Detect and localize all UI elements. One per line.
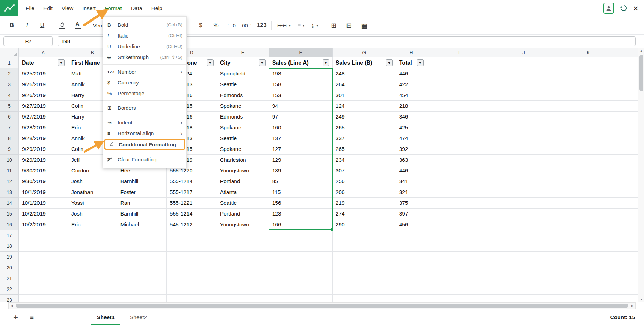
cell-A21[interactable] [18,273,68,284]
cell-H22[interactable] [396,284,427,295]
cell-J20[interactable] [491,262,556,273]
cell-H5[interactable]: 218 [396,101,427,112]
cell-F16[interactable]: 166 [269,219,332,230]
cell-E11[interactable]: Youngstown [217,165,269,176]
cell-x10[interactable] [621,155,638,165]
cell-I17[interactable] [427,230,491,241]
cell-I10[interactable] [427,155,491,165]
cell-E12[interactable]: Portland [217,176,269,187]
cell-J22[interactable] [491,284,556,295]
cell-G15[interactable]: 274 [332,209,396,219]
cell-G21[interactable] [332,273,396,284]
cell-F12[interactable]: 85 [269,176,332,187]
name-box[interactable]: F2 [3,36,53,46]
row-header-4[interactable]: 4 [0,90,19,101]
row-header-14[interactable]: 14 [0,198,19,209]
cell-A19[interactable] [18,252,68,262]
vertical-align-dropdown[interactable]: ↨ ▾ [308,19,321,32]
cell-x11[interactable] [621,165,638,176]
cell-H3[interactable]: 422 [396,79,427,90]
cell-J6[interactable] [491,112,556,122]
cell-F10[interactable]: 129 [269,155,332,165]
cell-C14[interactable]: Ran [117,198,166,209]
cell-B21[interactable] [68,273,117,284]
cell-C18[interactable] [117,241,166,252]
cell-F7[interactable]: 160 [269,122,332,133]
cell-K23[interactable] [556,295,621,303]
cell-E13[interactable]: Atlanta [217,187,269,198]
cell-K8[interactable] [556,133,621,144]
cell-J10[interactable] [491,155,556,165]
cell-B19[interactable] [68,252,117,262]
menu-item-strikethrough[interactable]: S Strikethrough (Ctrl+⇧+S) [103,52,186,63]
cell-F14[interactable]: 156 [269,198,332,209]
cell-G3[interactable]: 264 [332,79,396,90]
cell-K11[interactable] [556,165,621,176]
cell-J14[interactable] [491,198,556,209]
cell-E19[interactable] [217,252,269,262]
horizontal-scroll-thumb[interactable] [16,304,628,308]
cell-D21[interactable] [166,273,217,284]
column-header-J[interactable]: J [491,48,556,57]
cell-H23[interactable] [396,295,427,303]
cell-E16[interactable]: Youngstown [217,219,269,230]
cell-A12[interactable]: 9/30/2019 [18,176,68,187]
cell-A22[interactable] [18,284,68,295]
cell-C17[interactable] [117,230,166,241]
cell-E17[interactable] [217,230,269,241]
column-header-E[interactable]: E [217,48,269,57]
user-avatar-button[interactable] [603,3,614,14]
cell-D16[interactable]: 545-1212 [166,219,217,230]
cell-B17[interactable] [68,230,117,241]
row-header-8[interactable]: 8 [0,133,19,144]
cell-x6[interactable] [621,112,638,122]
currency-format-button[interactable]: $ [193,19,208,32]
cell-H21[interactable] [396,273,427,284]
history-button[interactable] [620,5,627,12]
row-header-5[interactable]: 5 [0,101,19,112]
cell-C22[interactable] [117,284,166,295]
filter-button[interactable]: ▼ [417,59,424,66]
italic-button[interactable]: I [19,19,35,32]
cell-I11[interactable] [427,165,491,176]
menu-item-number[interactable]: 123 Number › [103,66,186,77]
cell-x5[interactable] [621,101,638,112]
menu-item-underline[interactable]: U Underline (Ctrl+U) [103,41,186,52]
cell-J18[interactable] [491,241,556,252]
merge-button[interactable]: ⊟ [341,19,357,32]
cell-K3[interactable] [556,79,621,90]
cell-I12[interactable] [427,176,491,187]
menu-item-clear-formatting[interactable]: T Clear Formatting [103,154,186,165]
cell-K13[interactable] [556,187,621,198]
scroll-right-button[interactable]: ▶ [629,304,635,307]
cell-K21[interactable] [556,273,621,284]
cell-F20[interactable] [269,262,332,273]
header-cell-F[interactable]: Sales (Line A)▼ [269,57,332,68]
cell-G19[interactable] [332,252,396,262]
cell-K1[interactable] [556,57,621,68]
cell-H8[interactable]: 474 [396,133,427,144]
cell-A15[interactable]: 10/2/2019 [18,209,68,219]
cell-I21[interactable] [427,273,491,284]
cell-J5[interactable] [491,101,556,112]
cell-H14[interactable]: 375 [396,198,427,209]
cell-H20[interactable] [396,262,427,273]
menu-item-indent[interactable]: ⇥ Indent › [103,117,186,128]
menu-item-borders[interactable]: ⊞ Borders [103,103,186,113]
cell-G23[interactable] [332,295,396,303]
cell-x1[interactable] [621,57,638,68]
cell-D12[interactable]: 555-1214 [166,176,217,187]
cell-G11[interactable]: 307 [332,165,396,176]
cell-I5[interactable] [427,101,491,112]
cell-I14[interactable] [427,198,491,209]
filter-button[interactable]: ▼ [323,59,329,66]
cell-E15[interactable]: Portland [217,209,269,219]
row-header-6[interactable]: 6 [0,112,19,122]
cell-x19[interactable] [621,252,638,262]
cell-K20[interactable] [556,262,621,273]
add-sheet-button[interactable]: + [13,313,18,322]
merge-cells-dropdown[interactable]: ↦↤ ▾ [274,19,294,32]
cell-C23[interactable] [117,295,166,303]
cell-I23[interactable] [427,295,491,303]
cell-I22[interactable] [427,284,491,295]
